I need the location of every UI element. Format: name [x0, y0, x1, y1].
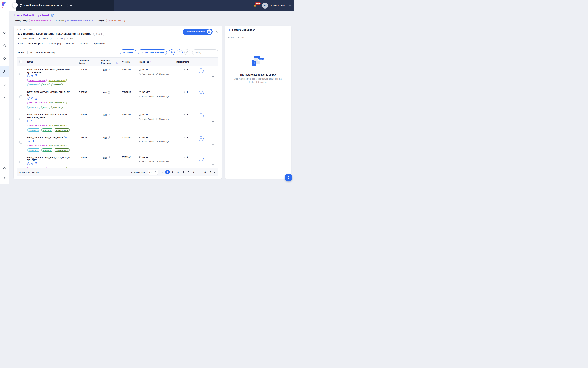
sidebar-item-approvals[interactable]: [0, 79, 9, 90]
page-button[interactable]: 2: [170, 170, 175, 175]
page-button[interactable]: 3: [176, 170, 180, 175]
readiness-action-button[interactable]: [169, 49, 175, 55]
share-icon[interactable]: [65, 4, 68, 7]
close-icon[interactable]: [215, 30, 218, 33]
sidebar-item-monitoring[interactable]: [0, 92, 9, 103]
id-icon[interactable]: ID: [35, 120, 37, 122]
copy-icon[interactable]: [31, 163, 34, 165]
page-button[interactable]: 15: [207, 170, 212, 175]
copy-icon[interactable]: [27, 140, 30, 142]
chevron-down-icon[interactable]: [289, 4, 291, 7]
next-page-button[interactable]: [213, 171, 216, 174]
add-to-builder-button[interactable]: [199, 113, 204, 118]
context-chip[interactable]: NEW LOAN APPLICATION: [65, 19, 93, 22]
sidebar-item-users[interactable]: [0, 173, 9, 183]
help-circle-icon[interactable]: ?: [150, 61, 152, 63]
help-fab-button[interactable]: ?: [285, 174, 292, 181]
tab-about[interactable]: About: [18, 42, 23, 47]
add-to-builder-button[interactable]: [199, 68, 204, 73]
project-selector[interactable]: Credit Default Dataset UI tutorial: [16, 0, 114, 11]
edit-icon[interactable]: [51, 14, 54, 17]
tab-versions[interactable]: Versions: [66, 42, 74, 47]
add-to-builder-button[interactable]: [199, 156, 204, 161]
feature-name[interactable]: NEW_APPLICATION_Year_Quarter_Inquiry_Dif…: [27, 68, 71, 74]
sidebar-item-security[interactable]: [0, 164, 9, 173]
sidebar-item-ideas[interactable]: [0, 53, 9, 64]
primary-entity-chip[interactable]: NEW APPLICATION: [29, 19, 51, 22]
copy-icon[interactable]: [31, 120, 34, 122]
kebab-menu-icon[interactable]: [151, 156, 153, 159]
kebab-menu-icon[interactable]: [151, 136, 153, 139]
info-icon[interactable]: i: [27, 97, 30, 100]
sidebar-item-explore[interactable]: [0, 27, 9, 38]
chevron-down-icon[interactable]: [74, 4, 77, 7]
help-circle-icon[interactable]: ?: [108, 136, 110, 139]
help-circle-icon[interactable]: ?: [108, 114, 110, 116]
compute-features-button[interactable]: Compute Features: [183, 28, 213, 35]
row-checkbox[interactable]: [19, 73, 22, 76]
feature-name[interactable]: NEW_APPLICATION_REG_CITY_NOT_LIVE_CITYi: [27, 156, 71, 161]
page-button[interactable]: 6: [192, 170, 196, 175]
chevron-down-icon[interactable]: [212, 163, 214, 166]
copy-icon[interactable]: [31, 74, 34, 77]
kebab-menu-icon[interactable]: [151, 91, 153, 93]
tab-preview[interactable]: Preview: [80, 42, 87, 47]
select-all-checkbox[interactable]: [19, 60, 22, 63]
info-icon[interactable]: i: [64, 136, 67, 138]
kebab-menu-icon[interactable]: [151, 113, 153, 116]
info-icon[interactable]: i: [27, 74, 30, 77]
feature-name[interactable]: NEW_APPLICATION_YEARS_BUILD_AVGi: [27, 91, 71, 96]
page-button[interactable]: 1: [165, 170, 170, 175]
run-eda-button[interactable]: Run EDA Analysis: [138, 49, 167, 55]
rows-per-page-value: 25: [149, 171, 151, 173]
version-select[interactable]: V251202 (Current Version): [27, 50, 61, 55]
rows-per-page-select[interactable]: 25: [148, 170, 158, 175]
id-icon[interactable]: ID: [35, 97, 37, 100]
page-button[interactable]: 5: [186, 170, 191, 175]
gear-icon[interactable]: [70, 4, 72, 7]
sidebar-item-ml[interactable]: [0, 40, 9, 51]
help-circle-icon[interactable]: ?: [92, 62, 94, 64]
info-icon[interactable]: i: [27, 120, 30, 122]
tab-deployments[interactable]: Deployments: [93, 42, 106, 47]
help-circle-icon[interactable]: ?: [108, 91, 110, 94]
id-icon[interactable]: ID: [35, 74, 37, 77]
row-checkbox[interactable]: [19, 161, 22, 164]
page-button[interactable]: 4: [181, 170, 186, 175]
avatar[interactable]: XC: [262, 3, 268, 9]
page-button[interactable]: 14: [202, 170, 207, 175]
tab-themes[interactable]: Themes [25]: [48, 42, 61, 47]
filters-button[interactable]: Filters: [120, 49, 136, 55]
tab-features[interactable]: Features [372]: [28, 42, 43, 47]
add-to-builder-button[interactable]: [199, 91, 204, 96]
featurebyte-logo[interactable]: [1, 2, 8, 9]
sort-by-field[interactable]: [192, 49, 218, 55]
row-checkbox[interactable]: [19, 118, 22, 121]
search-button[interactable]: [184, 49, 190, 55]
add-to-builder-button[interactable]: [199, 136, 204, 141]
id-icon[interactable]: ID: [31, 140, 34, 142]
help-circle-icon[interactable]: ?: [108, 156, 110, 159]
kebab-menu-icon[interactable]: [151, 68, 153, 71]
kebab-menu-icon[interactable]: [286, 28, 289, 31]
row-checkbox[interactable]: [19, 141, 22, 144]
sidebar-item-features[interactable]: [0, 66, 9, 77]
id-icon[interactable]: ID: [35, 163, 37, 165]
sidebar-expand-button[interactable]: [12, 2, 18, 8]
refresh-versions-button[interactable]: [177, 49, 183, 55]
notifications-bell[interactable]: 999+: [253, 3, 258, 8]
copy-icon[interactable]: [31, 97, 34, 100]
chevron-down-icon[interactable]: [212, 75, 214, 78]
info-icon[interactable]: i: [27, 163, 30, 165]
feature-name[interactable]: NEW_APPLICATION_WEEKDAY_APPR_PROCESS_STA…: [27, 113, 71, 119]
chevron-down-icon[interactable]: [212, 98, 214, 101]
target-chip[interactable]: LOAN_DEFAULT: [106, 19, 125, 22]
sort-by-input[interactable]: [195, 51, 212, 54]
chevron-down-icon[interactable]: [212, 143, 214, 146]
chevron-down-icon[interactable]: [212, 120, 214, 123]
feature-name[interactable]: NEW_APPLICATION_TYPE_SUITEi: [27, 136, 71, 139]
help-circle-icon[interactable]: ?: [108, 69, 110, 71]
help-circle-icon[interactable]: ?: [116, 62, 119, 64]
row-checkbox[interactable]: [19, 95, 22, 98]
prev-page-button[interactable]: [161, 171, 164, 174]
